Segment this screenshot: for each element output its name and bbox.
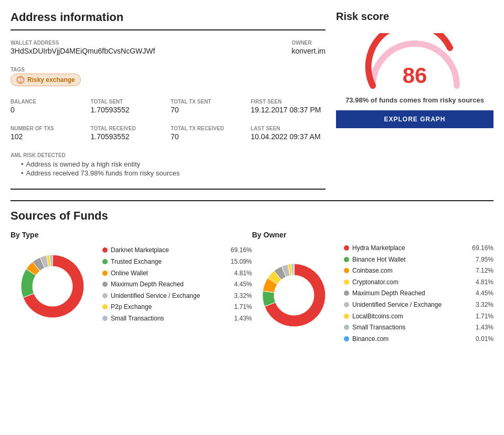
legend-label: Maximum Depth Reached (111, 281, 229, 289)
type-donut-svg (10, 244, 94, 328)
legend-dot (344, 268, 349, 273)
gauge-container: 86 (362, 33, 467, 91)
legend-pct: 4.45% (234, 281, 252, 288)
wallet-value: 3HdSxDUIrbVjjD4MEiQmu6fbCvsNcGWJWf (10, 47, 281, 55)
legend-dot (102, 247, 108, 253)
legend-dot (344, 257, 349, 262)
legend-dot (344, 279, 349, 285)
legend-dot (102, 304, 108, 309)
risk-desc-suffix: of funds comes from risky sources (369, 96, 484, 104)
legend-dot (102, 316, 108, 321)
explore-graph-button[interactable]: EXPLORE GRAPH (336, 110, 494, 128)
legend-item: Maximum Depth Reached 4.45% (344, 289, 494, 298)
by-type-title: By Type (10, 231, 252, 239)
owner-value: konvert.im (291, 47, 326, 55)
by-type-panel: By Type Darknet Marketplace 69.16% Trust… (10, 231, 252, 346)
legend-label: Coinbase.com (352, 267, 470, 275)
wallet-label: WALLET ADDRESS (10, 40, 281, 46)
legend-item: P2p Exchange 1.71% (102, 303, 252, 312)
risky-exchange-tag: 65 Risky exchange (10, 74, 81, 86)
risk-score-number: 86 (403, 63, 427, 88)
legend-dot (344, 291, 349, 296)
legend-pct: 15.09% (230, 258, 252, 265)
legend-pct: 7.95% (476, 256, 494, 263)
legend-pct: 1.71% (234, 303, 252, 310)
legend-label: Small Transactions (111, 315, 229, 323)
risk-panel: 86 73.98% of funds comes from risky sour… (336, 28, 494, 133)
legend-item: Cryptonator.com 4.81% (344, 278, 494, 287)
legend-dot (102, 271, 108, 276)
legend-dot (344, 245, 349, 251)
num-txs-value: 102 (10, 132, 86, 141)
balance-value: 0 (10, 106, 86, 114)
total-received-value: 1.70593552 (91, 132, 166, 141)
by-owner-panel: By Owner Hydra Marketplace 69.16% Binanc… (252, 231, 494, 346)
sources-title: Sources of Funds (10, 209, 494, 223)
legend-label: Darknet Marketplace (111, 246, 225, 255)
risk-description: 73.98% of funds comes from risky sources (336, 96, 494, 104)
legend-label: Cryptonator.com (352, 278, 470, 287)
legend-pct: 4.81% (476, 278, 494, 286)
legend-pct: 1.71% (476, 313, 494, 320)
legend-item: Online Wallet 4.81% (102, 270, 252, 278)
legend-label: Small Transactions (352, 324, 470, 332)
balance-label: BALANCE (10, 99, 86, 105)
legend-pct: 1.43% (234, 315, 252, 322)
legend-pct: 0.01% (476, 335, 494, 343)
owner-donut (252, 253, 336, 337)
legend-label: P2p Exchange (111, 303, 229, 312)
legend-item: LocalBitcoins.com 1.71% (344, 313, 494, 321)
legend-item: Coinbase.com 7.12% (344, 267, 494, 275)
total-received-label: TOTAL RECEIVED (91, 126, 166, 131)
legend-item: Small Transactions 1.43% (344, 324, 494, 332)
legend-item: Trusted Exchange 15.09% (102, 258, 252, 266)
legend-dot (102, 282, 108, 287)
legend-pct: 4.81% (234, 270, 252, 277)
legend-label: Trusted Exchange (111, 258, 225, 266)
legend-pct: 69.16% (230, 246, 252, 254)
legend-pct: 3.32% (234, 292, 252, 299)
owner-donut-svg (252, 253, 336, 337)
legend-label: Unidentified Service / Exchange (352, 301, 470, 309)
legend-label: Unidentified Service / Exchange (111, 292, 229, 301)
risk-score-title: Risk score (336, 11, 494, 23)
legend-label: Binance.com (352, 335, 470, 344)
legend-dot (344, 336, 349, 341)
legend-label: Maximum Depth Reached (352, 289, 470, 298)
legend-pct: 4.45% (476, 289, 494, 297)
type-donut (10, 244, 94, 328)
legend-item: Hydra Marketplace 69.16% (344, 244, 494, 253)
legend-pct: 69.16% (472, 244, 494, 252)
legend-item: Darknet Marketplace 69.16% (102, 246, 252, 255)
aml-item-2: Address received 73.98% funds from risky… (10, 169, 326, 177)
legend-label: Hydra Marketplace (352, 244, 467, 253)
tags-label: TAGS (10, 67, 326, 72)
owner-legend: Hydra Marketplace 69.16% Binance Hot Wal… (344, 244, 494, 346)
legend-dot (344, 325, 349, 330)
legend-label: Online Wallet (111, 270, 229, 278)
owner-label: OWNER (291, 40, 326, 46)
legend-item: Unidentified Service / Exchange 3.32% (102, 292, 252, 301)
num-txs-label: NUMBER OF TXS (10, 126, 86, 131)
legend-dot (344, 302, 349, 307)
legend-label: Binance Hot Wallet (352, 256, 470, 264)
legend-item: Unidentified Service / Exchange 3.32% (344, 301, 494, 309)
tag-icon: 65 (16, 76, 25, 84)
aml-item-1: Address is owned by a high risk entity (10, 160, 326, 168)
total-tx-sent-label: TOTAL TX SENT (171, 99, 246, 105)
legend-item: Small Transactions 1.43% (102, 315, 252, 323)
legend-pct: 1.43% (476, 324, 494, 331)
total-tx-received-value: 70 (171, 132, 246, 141)
by-owner-title: By Owner (252, 231, 494, 239)
last-seen-value: 10.04.2022 09:37 AM (251, 132, 326, 141)
legend-pct: 7.12% (476, 267, 494, 274)
type-legend: Darknet Marketplace 69.16% Trusted Excha… (102, 246, 252, 326)
tag-text: Risky exchange (27, 76, 75, 84)
first-seen-label: FIRST SEEN (251, 99, 326, 105)
legend-pct: 3.32% (476, 301, 494, 308)
first-seen-value: 19.12.2017 08:37 PM (251, 106, 326, 114)
legend-dot (344, 314, 349, 319)
legend-item: Binance.com 0.01% (344, 335, 494, 344)
total-tx-received-label: TOTAL TX RECEIVED (171, 126, 246, 131)
last-seen-label: LAST SEEN (251, 126, 326, 131)
